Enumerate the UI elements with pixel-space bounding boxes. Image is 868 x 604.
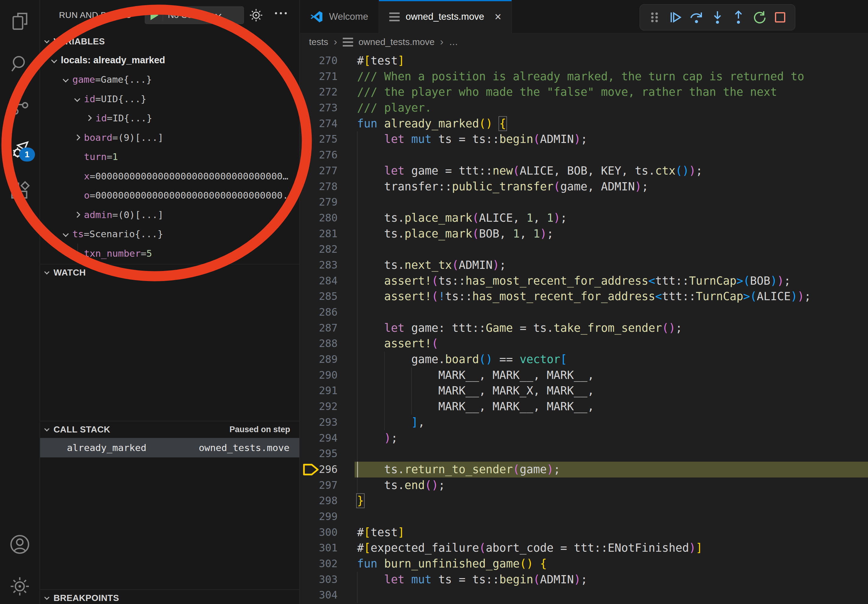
code-line[interactable]: 300#[test] <box>300 525 868 541</box>
line-number: 277 <box>300 163 355 179</box>
line-number: 285 <box>300 289 355 304</box>
toolbar-drag-handle[interactable] <box>646 9 662 25</box>
line-number: 273 <box>300 100 355 116</box>
code-line[interactable]: 275 let mut ts = ts::begin(ADMIN); <box>300 132 868 147</box>
code-line[interactable]: 286 <box>300 304 868 320</box>
chevron-down-icon[interactable] <box>59 73 72 86</box>
line-number: 294 <box>300 431 355 446</box>
variable-row[interactable]: txn_number = 5 <box>40 244 299 263</box>
code-line[interactable]: 291 MARK__, MARK_X, MARK__, <box>300 383 868 399</box>
step-out-button[interactable] <box>730 9 746 25</box>
chevron-down-icon <box>44 269 50 275</box>
code-line[interactable]: 284 assert!(ts::has_most_recent_for_addr… <box>300 273 868 289</box>
code-line[interactable]: 290 MARK__, MARK__, MARK__, <box>300 367 868 383</box>
breadcrumb[interactable]: tests › owned_tests.move › … <box>300 34 868 51</box>
settings-gear-icon[interactable] <box>9 576 30 597</box>
variable-row[interactable]: ts = Scenario{...} <box>40 225 299 244</box>
variable-name: board <box>84 132 112 143</box>
tab-welcome[interactable]: Welcome <box>300 0 379 34</box>
code-line[interactable]: 276 <box>300 147 868 163</box>
extensions-icon[interactable] <box>9 180 30 201</box>
code-line[interactable]: 271/// When a position is already marked… <box>300 69 868 85</box>
step-over-button[interactable] <box>688 9 704 25</box>
launch-config-dropdown[interactable]: No Configur <box>145 6 244 24</box>
chevron-right-icon[interactable] <box>82 111 96 125</box>
run-and-debug-icon[interactable]: 1 <box>9 138 30 159</box>
activity-bar: 1 <box>0 0 40 604</box>
variable-row[interactable]: o = 000000000000000000000000000000000. <box>40 186 299 205</box>
code-line[interactable]: 288 assert!( <box>300 336 868 352</box>
variables-section-header[interactable]: VARIABLES <box>40 34 299 49</box>
code-line[interactable]: 282 <box>300 242 868 257</box>
continue-button[interactable] <box>668 9 684 25</box>
chevron-right-icon[interactable] <box>71 208 84 221</box>
code-line[interactable]: 303 let mut ts = ts::begin(ADMIN); <box>300 572 868 588</box>
chevron-down-icon[interactable] <box>71 92 84 105</box>
code-line[interactable]: 278 transfer::public_transfer(game, ADMI… <box>300 179 868 195</box>
tab-owned-tests-move[interactable]: owned_tests.move × <box>379 0 512 34</box>
variable-value: UID{...} <box>101 93 146 104</box>
variable-row[interactable]: board = (9)[...] <box>40 128 299 147</box>
indent-guide <box>357 257 358 273</box>
code-line[interactable]: 304 <box>300 587 868 603</box>
variable-row[interactable]: id = ID{...} <box>40 108 299 128</box>
breadcrumb-separator: › <box>334 36 337 48</box>
code-line[interactable]: 294 ); <box>300 431 868 446</box>
code-line[interactable]: 277 let game = ttt::new(ALICE, BOB, KEY,… <box>300 163 868 179</box>
code-line[interactable]: 295 <box>300 446 868 462</box>
line-number: 295 <box>300 446 355 462</box>
chevron-down-icon <box>44 595 50 600</box>
breadcrumb-item[interactable]: owned_tests.move <box>358 37 435 47</box>
stop-button[interactable] <box>772 9 788 25</box>
current-debug-line[interactable]: 296 ts.return_to_sender(game); <box>300 462 868 477</box>
code-line[interactable]: 274fun already_marked() { <box>300 116 868 132</box>
code-line[interactable]: 289 game.board() == vector[ <box>300 352 868 367</box>
chevron-right-icon[interactable] <box>71 131 84 144</box>
code-line[interactable]: 293 ], <box>300 415 868 431</box>
code-line[interactable]: 279 <box>300 194 868 210</box>
code-line[interactable]: 298} <box>300 493 868 509</box>
variable-row[interactable]: turn = 1 <box>40 147 299 167</box>
code-line[interactable]: 299 <box>300 509 868 525</box>
code-line[interactable]: 301#[expected_failure(abort_code = ttt::… <box>300 540 868 556</box>
variables-scope-row[interactable]: locals: already_marked <box>40 51 299 70</box>
restart-button[interactable] <box>752 9 767 25</box>
step-into-button[interactable] <box>710 9 725 25</box>
close-tab-icon[interactable]: × <box>494 10 501 23</box>
move-file-icon <box>389 12 400 21</box>
breakpoints-section-header[interactable]: BREAKPOINTS <box>40 591 299 604</box>
code-line[interactable]: 302fun burn_unfinished_game() { <box>300 556 868 572</box>
source-control-icon[interactable] <box>9 95 30 116</box>
code-line[interactable]: 273/// player. <box>300 100 868 116</box>
code-line[interactable]: 272/// the player who made the "false" m… <box>300 84 868 100</box>
code-line[interactable]: 297 ts.end(); <box>300 477 868 493</box>
chevron-down-icon[interactable] <box>47 54 61 67</box>
code-editor[interactable]: 270#[test]271/// When a position is alre… <box>300 51 868 604</box>
call-stack-section-header[interactable]: CALL STACK Paused on step <box>40 422 299 437</box>
variable-row[interactable]: admin = (0)[...] <box>40 205 299 225</box>
variable-row[interactable]: game = Game{...} <box>40 70 299 90</box>
start-debug-icon[interactable] <box>150 10 158 20</box>
line-number: 282 <box>300 242 355 257</box>
indent-guide <box>357 587 358 603</box>
breadcrumb-item[interactable]: … <box>449 37 458 47</box>
chevron-down-icon[interactable] <box>59 227 72 240</box>
code-line[interactable]: 283 ts.next_tx(ADMIN); <box>300 257 868 273</box>
call-stack-frame[interactable]: already_marked owned_tests.move <box>40 438 299 457</box>
code-line[interactable]: 281 ts.place_mark(BOB, 1, 1); <box>300 226 868 242</box>
code-line[interactable]: 287 let game: ttt::Game = ts.take_from_s… <box>300 320 868 336</box>
code-line[interactable]: 280 ts.place_mark(ALICE, 1, 1); <box>300 210 868 226</box>
watch-section-header[interactable]: WATCH <box>40 265 299 280</box>
line-number: 279 <box>300 194 355 210</box>
debug-settings-gear-icon[interactable] <box>249 8 264 23</box>
more-actions-icon[interactable] <box>275 12 287 14</box>
code-line[interactable]: 292 MARK__, MARK__, MARK__, <box>300 399 868 415</box>
variable-row[interactable]: x = 000000000000000000000000000000000… <box>40 166 299 186</box>
account-icon[interactable] <box>9 534 30 555</box>
search-icon[interactable] <box>9 54 30 74</box>
breadcrumb-item[interactable]: tests <box>309 37 328 47</box>
code-line[interactable]: 285 assert!(!ts::has_most_recent_for_add… <box>300 289 868 304</box>
explorer-icon[interactable] <box>9 11 30 32</box>
code-line[interactable]: 270#[test] <box>300 53 868 69</box>
variable-row[interactable]: id = UID{...} <box>40 89 299 108</box>
